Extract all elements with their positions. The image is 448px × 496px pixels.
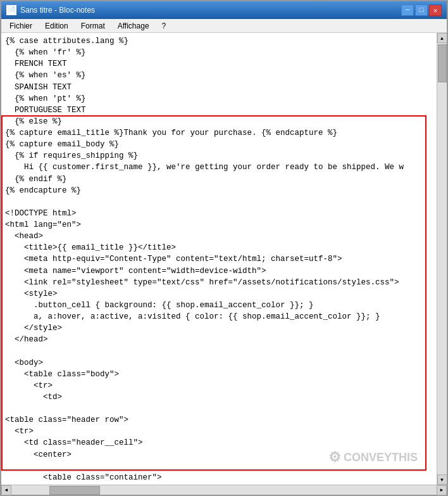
- app-icon: 📄: [6, 5, 16, 15]
- scroll-left-button[interactable]: ◄: [1, 485, 11, 495]
- window-title: Sans titre - Bloc-notes: [20, 6, 95, 15]
- watermark-text: CONVEYTHIS: [344, 451, 418, 464]
- text-content[interactable]: {% case attributes.lang %} {% when 'fr' …: [1, 33, 437, 485]
- scroll-track[interactable]: [437, 43, 447, 474]
- vertical-scrollbar[interactable]: ▲ ▼: [437, 33, 447, 485]
- maximize-button[interactable]: □: [415, 4, 428, 16]
- menu-edition[interactable]: Edition: [39, 20, 74, 32]
- title-bar-left: 📄 Sans titre - Bloc-notes: [6, 5, 95, 15]
- watermark-icon: ⚙: [328, 449, 341, 466]
- title-bar: 📄 Sans titre - Bloc-notes ─ □ ✕: [1, 1, 447, 19]
- scroll-right-button[interactable]: ►: [437, 485, 447, 495]
- scroll-h-thumb[interactable]: [49, 486, 100, 495]
- notepad-window: 📄 Sans titre - Bloc-notes ─ □ ✕ Fichier …: [0, 0, 448, 496]
- scroll-h-track[interactable]: [11, 485, 437, 495]
- code-editor[interactable]: {% case attributes.lang %} {% when 'fr' …: [1, 33, 437, 485]
- minimize-button[interactable]: ─: [401, 4, 414, 16]
- menu-fichier[interactable]: Fichier: [4, 20, 38, 32]
- menu-help[interactable]: ?: [156, 20, 172, 32]
- watermark: ⚙ CONVEYTHIS: [328, 449, 418, 466]
- menu-affichage[interactable]: Affichage: [112, 20, 155, 32]
- menu-bar: Fichier Edition Format Affichage ?: [1, 19, 447, 33]
- title-controls[interactable]: ─ □ ✕: [401, 4, 442, 16]
- close-button[interactable]: ✕: [429, 4, 442, 16]
- scroll-thumb[interactable]: [438, 44, 447, 82]
- editor-area: {% case attributes.lang %} {% when 'fr' …: [1, 33, 447, 485]
- menu-format[interactable]: Format: [75, 20, 111, 32]
- scroll-down-button[interactable]: ▼: [437, 474, 447, 485]
- horizontal-scrollbar[interactable]: ◄ ►: [1, 485, 447, 495]
- scroll-up-button[interactable]: ▲: [437, 33, 447, 43]
